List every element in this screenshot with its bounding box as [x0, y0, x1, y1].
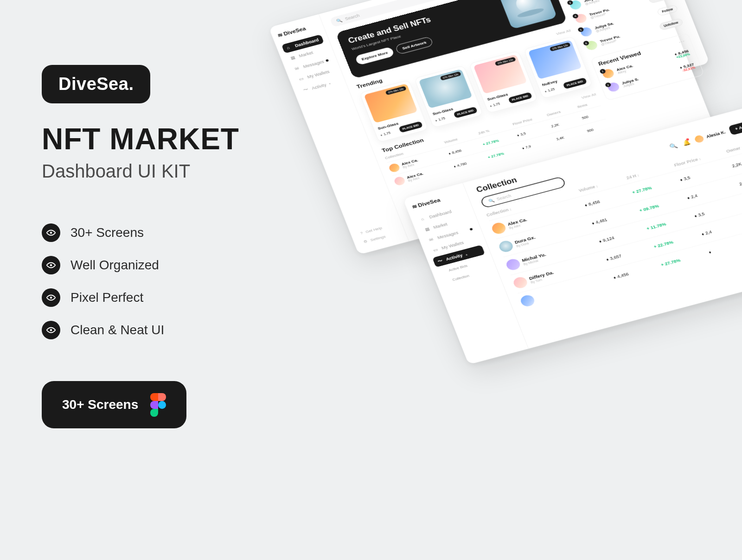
- subtitle: Dashboard UI KIT: [42, 161, 283, 182]
- home-icon: ⌂: [420, 216, 427, 222]
- feature-label: Clean & Neat UI: [70, 323, 164, 337]
- countdown-badge: 07h 09m 12s: [550, 42, 571, 51]
- chevron-down-icon: ▾: [328, 82, 332, 85]
- change-pct: + 27.78%: [487, 147, 521, 159]
- unread-dot: [325, 59, 328, 62]
- eye-icon: [42, 321, 60, 339]
- brand-badge: DiveSea.: [42, 65, 150, 103]
- wave-icon: ≋: [276, 32, 282, 39]
- unfollow-button[interactable]: Unfollow: [659, 18, 684, 31]
- feature-item: Well Organized: [42, 256, 283, 274]
- avatar: [694, 134, 705, 143]
- avatar: [388, 163, 401, 173]
- svg-point-3: [50, 329, 52, 331]
- feature-list: 30+ Screens Well Organized Pixel Perfect…: [42, 223, 283, 339]
- help-icon: ?: [359, 231, 363, 235]
- wave-icon: ≋: [411, 203, 417, 210]
- nft-card[interactable]: 07h 09m 12s NuEvey 1.25PLACE BID: [524, 36, 593, 99]
- nft-price: 1.75: [489, 102, 500, 108]
- screens-badge: 30+ Screens: [42, 381, 186, 428]
- avatar: 3: [569, 0, 582, 11]
- avatar: [519, 294, 536, 308]
- add-new-button[interactable]: + Add New: [728, 117, 742, 135]
- screens-count: 30+ Screens: [62, 397, 138, 412]
- activity-icon: 〜: [437, 258, 444, 264]
- feature-item: 30+ Screens: [42, 223, 283, 242]
- avatar: [505, 258, 521, 272]
- gear-icon: ⚙: [363, 239, 368, 244]
- headline: NFT MARKET: [42, 122, 283, 156]
- avatar: [498, 240, 514, 254]
- view-all-link[interactable]: View All: [556, 28, 571, 36]
- notifications-button[interactable]: 🔔: [680, 138, 692, 147]
- home-icon: ⌂: [286, 45, 293, 50]
- avatar: [393, 176, 406, 186]
- feature-label: Pixel Perfect: [70, 290, 143, 305]
- view-all-link[interactable]: View All: [581, 92, 596, 100]
- feature-item: Pixel Perfect: [42, 288, 283, 307]
- avatar: [512, 276, 529, 290]
- feature-item: Clean & Neat UI: [42, 321, 283, 339]
- countdown-badge: 07h 09m 12s: [440, 71, 461, 81]
- owner: 2,2K: [731, 153, 742, 168]
- search-placeholder: Search: [345, 13, 360, 21]
- nft-price: 1.25: [544, 87, 555, 93]
- svg-point-0: [50, 232, 52, 234]
- eye-icon: [42, 288, 60, 307]
- wallet-icon: ▭: [298, 76, 305, 82]
- explore-button[interactable]: Explore More: [355, 46, 395, 65]
- unread-dot: [469, 228, 473, 230]
- avatar: 4: [574, 13, 588, 25]
- more-icon[interactable]: ⋯: [678, 38, 686, 46]
- floor-price: 7,9: [522, 138, 555, 150]
- svg-point-2: [50, 297, 52, 299]
- nft-price: 1.75: [380, 131, 391, 136]
- search-icon: 🔍: [336, 18, 343, 23]
- avatar: 6: [585, 40, 599, 51]
- volume: 4,780: [453, 156, 486, 168]
- avatar: [490, 222, 507, 235]
- avatar: 1: [601, 68, 615, 80]
- owner: 2,2K: [738, 172, 742, 186]
- feature-label: Well Organized: [70, 258, 159, 273]
- figma-icon: [150, 393, 166, 416]
- volume: 4,456: [613, 264, 659, 280]
- activity-icon: 〜: [302, 86, 310, 93]
- avatar: 2: [607, 82, 620, 93]
- owners: 3,4K: [556, 130, 585, 141]
- eye-icon: [42, 256, 60, 274]
- chevron-up-icon: ▴: [465, 252, 468, 256]
- countdown-badge: 07h 09m 12s: [385, 86, 407, 95]
- feature-label: 30+ Screens: [70, 225, 144, 240]
- sell-button[interactable]: Sell Artwork: [395, 36, 434, 55]
- user-menu[interactable]: Alesia K.: [694, 128, 727, 143]
- username: Alesia K.: [706, 130, 727, 139]
- countdown-badge: 07h 09m 12s: [495, 57, 516, 66]
- items: 500: [581, 111, 604, 120]
- items: 900: [586, 124, 609, 133]
- wallet-icon: ▭: [433, 247, 440, 253]
- chat-icon: ✉: [429, 237, 435, 242]
- svg-point-1: [50, 264, 52, 267]
- avatar: 5: [579, 26, 593, 38]
- search-icon-button[interactable]: 🔍: [669, 142, 678, 150]
- follow-button[interactable]: Follow: [657, 5, 678, 16]
- grid-icon: ▦: [424, 226, 431, 232]
- eye-icon: [42, 223, 60, 242]
- change-pct: + 27.78%: [660, 251, 707, 267]
- grid-icon: ▦: [290, 55, 297, 61]
- chat-icon: ✉: [294, 65, 301, 71]
- nft-price: 1.75: [435, 116, 446, 122]
